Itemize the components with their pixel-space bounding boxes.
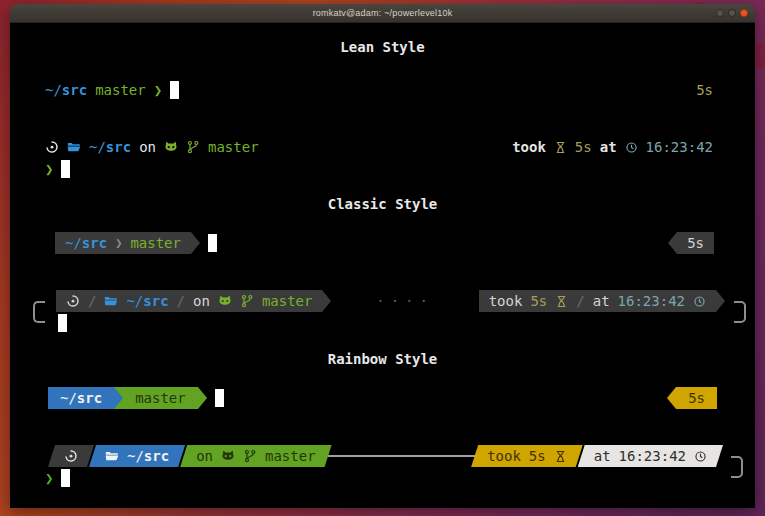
rainbow-prompt-2-line-2: ❯ <box>10 467 755 489</box>
classic-prompt-2-line-1: / ~/src / on master ···· took <box>10 290 755 312</box>
powerline-segment: ~/src ❯ master <box>55 232 191 254</box>
clock-icon <box>625 141 638 154</box>
dir-name: src <box>143 293 168 309</box>
hourglass-icon <box>554 141 567 154</box>
command-duration: 5s <box>696 82 713 98</box>
open-folder-icon <box>104 294 118 308</box>
time-segment: at 16:23:42 <box>578 445 723 467</box>
window-title: romkatv@adam: ~/powerlevel10k <box>313 8 453 18</box>
command-duration: 5s <box>575 139 592 155</box>
powerline-arrow-icon <box>716 290 725 312</box>
dir-prefix: ~/ <box>45 82 62 98</box>
powerline-arrow-icon <box>114 387 123 409</box>
window-titlebar[interactable]: romkatv@adam: ~/powerlevel10k <box>10 4 755 23</box>
dir-prefix: ~/ <box>126 293 143 309</box>
prompt-frame-right <box>734 301 746 323</box>
took-label: took <box>489 293 523 309</box>
clock-icon <box>694 450 707 463</box>
dir-prefix: ~/ <box>65 235 82 251</box>
git-branch-icon <box>243 449 257 463</box>
rainbow-style-heading: Rainbow Style <box>10 349 755 370</box>
maximize-button[interactable] <box>728 9 736 17</box>
clock-icon <box>693 295 706 308</box>
terminal-cursor <box>61 469 70 487</box>
lean-prompt-1: ~/src master ❯ 5s <box>10 79 755 101</box>
prompt-char: ❯ <box>45 470 53 486</box>
lean-style-heading: Lean Style <box>10 37 755 58</box>
dir-prefix: ~/ <box>89 139 106 155</box>
dir-name: src <box>77 390 102 406</box>
git-segment: on master <box>180 445 331 467</box>
powerline-segment: / ~/src / on master <box>56 290 322 312</box>
lean-prompt-2-line-2: ❯ <box>10 158 755 180</box>
debian-swirl-icon <box>64 449 78 463</box>
minimize-button[interactable] <box>716 9 724 17</box>
command-duration: 5s <box>530 293 547 309</box>
terminal-cursor <box>170 81 179 99</box>
classic-prompt-2-line-2 <box>10 312 755 334</box>
on-label: on <box>193 293 210 309</box>
duration-segment: took 5s <box>471 445 583 467</box>
hourglass-icon <box>554 450 567 463</box>
open-folder-icon <box>105 449 119 463</box>
github-icon <box>221 449 235 463</box>
terminal-window: romkatv@adam: ~/powerlevel10k Lean Style… <box>10 4 755 508</box>
git-branch-name: master <box>262 293 313 309</box>
took-label: took <box>512 139 546 155</box>
gap-line <box>328 455 476 457</box>
github-icon <box>218 294 232 308</box>
git-branch-name: master <box>130 235 181 251</box>
window-controls <box>716 9 748 17</box>
git-branch-name: master <box>265 448 316 464</box>
os-segment <box>48 445 94 467</box>
git-branch-name: master <box>95 82 146 98</box>
on-label: on <box>196 448 213 464</box>
prompt-frame-right <box>731 456 743 478</box>
rainbow-prompt-2: ~/src on master took 5s <box>10 445 755 489</box>
current-directory: ~/src <box>126 293 168 309</box>
debian-swirl-icon <box>45 140 59 154</box>
github-icon <box>164 140 178 154</box>
segment-separator: / <box>169 293 193 309</box>
dir-name: src <box>62 82 87 98</box>
at-label: at <box>594 448 611 464</box>
debian-swirl-icon <box>66 294 80 308</box>
segment-separator: ❯ <box>107 236 130 250</box>
segment-separator: / <box>568 293 592 309</box>
branch-segment: master <box>123 387 198 409</box>
gap-dots: ···· <box>331 293 478 309</box>
prompt-char: ❯ <box>154 82 162 98</box>
dir-prefix: ~/ <box>127 448 144 464</box>
directory-segment: ~/src <box>48 387 114 409</box>
prompt-char: ❯ <box>45 161 53 177</box>
rainbow-prompt-2-line-1: ~/src on master took 5s <box>10 445 755 467</box>
duration-segment: 5s <box>677 232 714 254</box>
rainbow-prompt-1: ~/src master 5s <box>10 387 755 409</box>
at-label: at <box>600 139 617 155</box>
git-branch-name: master <box>208 139 259 155</box>
close-button[interactable] <box>740 9 748 17</box>
on-label: on <box>139 139 156 155</box>
duration-segment: 5s <box>676 387 717 409</box>
terminal[interactable]: Lean Style ~/src master ❯ 5s ~/src on <box>10 23 755 508</box>
powerline-arrow-icon <box>667 387 676 409</box>
current-directory: ~/src <box>127 448 169 464</box>
powerline-arrow-icon <box>198 387 207 409</box>
powerline-segment: took 5s / at 16:23:42 <box>479 290 716 312</box>
current-time: 16:23:42 <box>646 139 713 155</box>
classic-prompt-1: ~/src ❯ master 5s <box>10 232 755 254</box>
terminal-cursor <box>215 389 224 407</box>
powerline-arrow-icon <box>191 232 200 254</box>
prompt-frame-left <box>33 301 45 323</box>
dir-name: src <box>144 448 169 464</box>
current-time: 16:23:42 <box>618 293 685 309</box>
classic-style-heading: Classic Style <box>10 194 755 215</box>
classic-prompt-2: / ~/src / on master ···· took <box>10 290 755 334</box>
terminal-cursor <box>58 314 67 332</box>
current-directory: ~/src <box>65 235 107 251</box>
dir-name: src <box>82 235 107 251</box>
current-time: 16:23:42 <box>619 448 686 464</box>
git-branch-icon <box>186 140 200 154</box>
terminal-cursor <box>208 234 217 252</box>
command-duration: 5s <box>529 448 546 464</box>
